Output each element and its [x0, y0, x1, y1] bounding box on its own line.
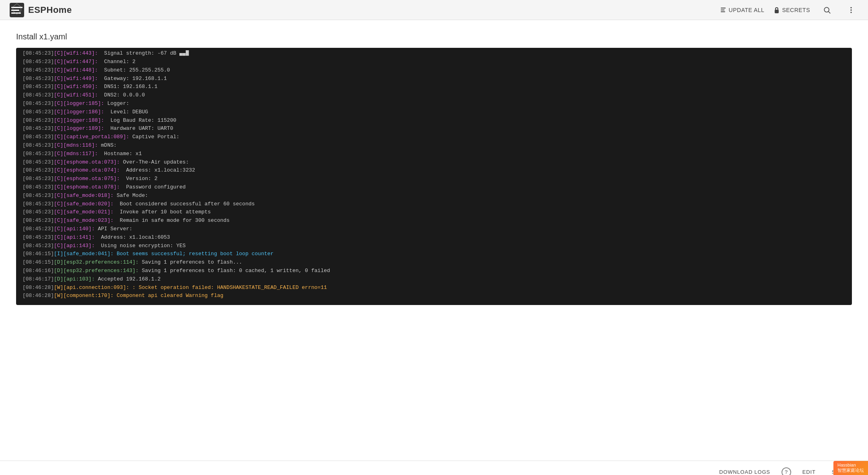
log-line: [08:45:23][C][wifi:448]: Subnet: 255.255…	[23, 66, 845, 75]
log-line: [08:45:23][C][safe_mode:023]: Remain in …	[23, 217, 845, 225]
log-line: [08:45:23][C][esphome.ota:078]: Password…	[23, 183, 845, 192]
log-line: [08:45:23][C][api:143]: Using noise encr…	[23, 242, 845, 250]
terminal-output[interactable]: [08:45:23][C][wifi:433]: SSID: 'ChinaNet…	[16, 48, 852, 305]
kebab-menu-icon	[847, 6, 855, 14]
log-line: [08:45:23][C][esphome.ota:074]: Address:…	[23, 166, 845, 175]
hassbian-label: Hassbian	[837, 463, 856, 467]
search-icon	[823, 6, 831, 14]
log-line: [08:45:23][C][wifi:449]: Gateway: 192.16…	[23, 75, 845, 83]
log-line: [08:45:23][C][esphome.ota:073]: Over-The…	[23, 158, 845, 167]
svg-point-12	[850, 12, 852, 13]
svg-rect-5	[721, 9, 724, 10]
dialog-title: Install x1.yaml	[16, 32, 852, 41]
hassbian-sublabel: 智慧家庭论坛	[837, 468, 864, 473]
svg-point-11	[850, 9, 852, 10]
log-line: [08:45:23][C][mdns:116]: mDNS:	[23, 141, 845, 150]
app-header: ESPHome UPDATE ALL SECRETS	[0, 0, 868, 20]
log-line: [08:45:23][C][logger:189]: Hardware UART…	[23, 125, 845, 133]
log-line: [08:46:28][W][component:170]: Component …	[23, 292, 845, 300]
log-line: [08:46:28][W][api.connection:093]: : Soc…	[23, 284, 845, 292]
secrets-button[interactable]: SECRETS	[774, 7, 810, 13]
download-logs-button[interactable]: DOWNLOAD LOGS	[714, 466, 775, 475]
header-actions: UPDATE ALL SECRETS	[720, 3, 858, 17]
update-icon	[720, 7, 726, 13]
log-line: [08:46:17][D][api:103]: Accepted 192.168…	[23, 275, 845, 284]
svg-rect-2	[11, 10, 19, 11]
svg-rect-4	[721, 8, 726, 8]
main-content: Install x1.yaml [08:45:23][C][wifi:433]:…	[0, 20, 868, 461]
logo-area: ESPHome	[10, 3, 720, 17]
log-line: [08:45:23][C][logger:186]: Level: DEBUG	[23, 108, 845, 117]
log-line: [08:45:23][C][wifi:447]: Channel: 2	[23, 58, 845, 66]
search-button[interactable]	[820, 3, 834, 17]
hassbian-badge: Hassbian 智慧家庭论坛	[833, 461, 868, 475]
log-line: [08:46:15][I][safe_mode:041]: Boot seems…	[23, 250, 845, 258]
log-line: [08:45:23][C][wifi:451]: DNS2: 0.0.0.0	[23, 91, 845, 100]
log-line: [08:45:23][C][wifi:443]: Signal strength…	[23, 49, 845, 58]
log-line: [08:45:23][C][logger:185]: Logger:	[23, 100, 845, 108]
log-line: [08:45:23][C][esphome.ota:075]: Version:…	[23, 175, 845, 183]
help-button[interactable]: ?	[782, 467, 791, 475]
more-options-button[interactable]	[844, 3, 858, 17]
svg-line-9	[829, 11, 831, 13]
log-line: [08:45:23][C][safe_mode:018]: Safe Mode:	[23, 192, 845, 200]
log-line: [08:45:23][C][safe_mode:020]: Boot consi…	[23, 200, 845, 209]
svg-point-8	[824, 7, 829, 12]
log-line: [08:46:16][D][esp32.preferences:143]: Sa…	[23, 267, 845, 275]
log-line: [08:45:23][C][logger:188]: Log Baud Rate…	[23, 117, 845, 125]
log-line: [08:45:23][C][wifi:450]: DNS1: 192.168.1…	[23, 83, 845, 91]
update-all-button[interactable]: UPDATE ALL	[720, 7, 765, 13]
log-line: [08:45:23][C][mdns:117]: Hostname: x1	[23, 150, 845, 158]
log-line: [08:46:15][D][esp32.preferences:114]: Sa…	[23, 258, 845, 267]
app-logo-icon	[10, 3, 24, 17]
log-line: [08:45:23][C][safe_mode:021]: Invoke aft…	[23, 208, 845, 217]
edit-button[interactable]: EDIT	[798, 466, 821, 475]
log-line: [08:45:23][C][captive_portal:089]: Capti…	[23, 133, 845, 141]
action-bar: DOWNLOAD LOGS ? EDIT STOP	[0, 461, 868, 475]
svg-rect-7	[775, 10, 779, 13]
log-line: [08:45:23][C][api:141]: Address: x1.loca…	[23, 233, 845, 242]
log-line: [08:45:23][C][api:140]: API Server:	[23, 225, 845, 233]
lock-icon	[774, 7, 780, 13]
svg-rect-6	[721, 11, 725, 12]
app-title: ESPHome	[28, 5, 72, 15]
svg-point-10	[850, 7, 852, 8]
